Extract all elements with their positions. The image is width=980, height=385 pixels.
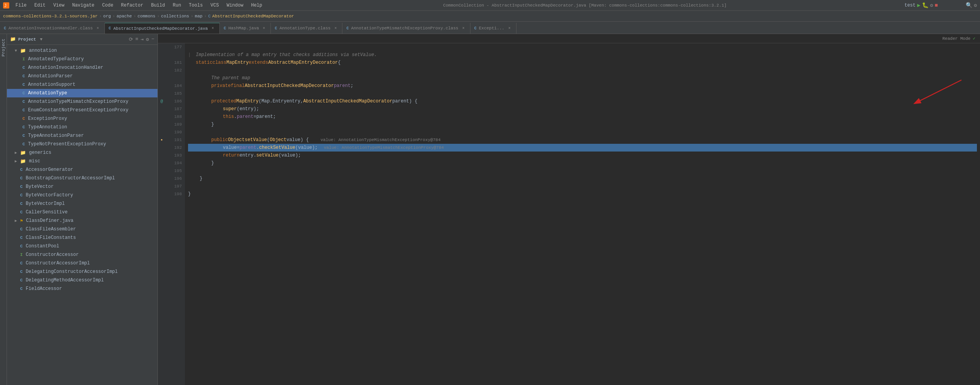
menu-help[interactable]: Help <box>248 2 265 9</box>
tab-3[interactable]: C AnnotationType.class × <box>271 23 342 34</box>
crumb-class[interactable]: AbstractInputCheckedMapDecorator <box>212 14 294 19</box>
AnnotationParser-label: AnnotationParser <box>28 73 73 79</box>
tab-1[interactable]: C AbstractInputCheckedMapDecorator.java … <box>105 23 220 34</box>
menu-vcs[interactable]: VCS <box>207 2 222 9</box>
crumb-jar[interactable]: commons-collections-3.2.1-sources.jar <box>3 14 97 19</box>
minimize-icon[interactable]: − <box>151 36 154 43</box>
menu-run[interactable]: Run <box>169 2 184 9</box>
stop-button[interactable]: ■ <box>935 2 938 9</box>
tab-4-close[interactable]: × <box>461 26 466 31</box>
tree-AnnotationTypeMismatchExceptionProxy[interactable]: C AnnotationTypeMismatchExceptionProxy <box>7 97 157 106</box>
AccessorGenerator-label: AccessorGenerator <box>26 167 73 172</box>
debug-button[interactable]: 🐛 <box>922 2 929 9</box>
class-icon-c22: C <box>20 286 23 291</box>
project-tab[interactable]: Project <box>0 37 7 58</box>
crumb-apache[interactable]: apache <box>116 14 132 19</box>
ln-186: 186 <box>167 97 182 105</box>
tree-TypeNotPresent[interactable]: C TypeNotPresentExceptionProxy <box>7 140 157 148</box>
class-icon-c19: C <box>20 261 23 266</box>
tree-AccessorGenerator[interactable]: C AccessorGenerator <box>7 165 157 174</box>
crumb-commons[interactable]: commons <box>138 14 156 19</box>
code-content[interactable]: | Implementation of a map entry that che… <box>185 43 980 385</box>
menu-window[interactable]: Window <box>224 2 246 9</box>
var-value: value <box>223 144 237 152</box>
code-area: @ ● 177 181 182 184 <box>158 43 980 385</box>
tab-0-label: AnnotationInvocationHandler.class <box>9 26 93 31</box>
AnnotationTypeMismatch-label: AnnotationTypeMismatchExceptionProxy <box>28 99 128 104</box>
cls-Object: Object <box>228 136 245 144</box>
collapse-icon[interactable]: ⇥ <box>141 36 144 43</box>
settings-button[interactable]: ⚙ <box>974 2 977 9</box>
cls-AICMD: AbstractInputCheckedMapDecorator <box>303 97 392 105</box>
menu-edit[interactable]: Edit <box>31 2 49 9</box>
tree-DelegatingMethod[interactable]: C DelegatingMethodAccessorImpl <box>7 276 157 284</box>
kw-public: public <box>211 136 228 144</box>
search-button[interactable]: 🔍 <box>966 2 972 9</box>
tab-3-close[interactable]: × <box>333 26 338 31</box>
tree-misc[interactable]: ▶ 📁 misc <box>7 157 157 165</box>
tree-ConstructorAccessorImpl[interactable]: C ConstructorAccessorImpl <box>7 259 157 267</box>
tree-AnnotationSupport[interactable]: C AnnotationSupport <box>7 80 157 89</box>
settings-icon[interactable]: ⚙ <box>146 36 149 43</box>
run-config-label: test <box>905 3 916 8</box>
tree-DelegatingConstructor[interactable]: C DelegatingConstructorAccessorImpl <box>7 267 157 276</box>
sync-icon[interactable]: ⟳ <box>129 36 133 43</box>
AnnotatedTypeFactory-label: AnnotatedTypeFactory <box>28 56 84 62</box>
TypeAnnotationParser-label: TypeAnnotationParser <box>28 133 84 138</box>
tab-4[interactable]: C AnnotationTypeMismatchExceptionProxy.c… <box>342 23 470 34</box>
tree-FieldAccessor[interactable]: C FieldAccessor <box>7 284 157 293</box>
tree-EnumConstant[interactable]: C EnumConstantNotPresentExceptionProxy <box>7 106 157 114</box>
tab-2-close[interactable]: × <box>261 26 267 31</box>
coverage-button[interactable]: ⚙ <box>930 2 933 9</box>
kw-return: return <box>223 152 239 159</box>
tree-AnnotationType[interactable]: C AnnotationType <box>7 89 157 97</box>
ln-193: 193 <box>167 152 182 159</box>
class-icon-c8: C <box>22 133 25 138</box>
tree-ExceptionProxy[interactable]: C ExceptionProxy <box>7 114 157 123</box>
menu-view[interactable]: View <box>50 2 68 9</box>
tree-ClassFileAssembler[interactable]: C ClassFileAssembler <box>7 225 157 233</box>
tree-ConstructorAccessor[interactable]: I ConstructorAccessor <box>7 250 157 259</box>
tree-BootstrapConstructor[interactable]: C BootstrapConstructorAccessorImpl <box>7 174 157 182</box>
tab-bar: C AnnotationInvocationHandler.class × C … <box>0 22 980 34</box>
tree-ClassDefiner[interactable]: ▶ ⚑ ClassDefiner.java <box>7 216 157 225</box>
tree-ClassFileConstants[interactable]: C ClassFileConstants <box>7 233 157 242</box>
menu-refactor[interactable]: Refactor <box>118 2 147 9</box>
crumb-collections[interactable]: collections <box>161 14 189 19</box>
tree-TypeAnnotationParser[interactable]: C TypeAnnotationParser <box>7 131 157 140</box>
tree-annotation-folder[interactable]: ▼ 📁 annotation <box>7 46 157 55</box>
sidebar-title: Project <box>18 37 36 42</box>
tab-2[interactable]: C HashMap.java × <box>220 23 271 34</box>
tree-AnnotationInvocationHandler[interactable]: C AnnotationInvocationHandler <box>7 63 157 72</box>
gutter-196 <box>158 175 166 182</box>
code-line-184: private final AbstractInputCheckedMapDec… <box>188 82 977 90</box>
menu-build[interactable]: Build <box>148 2 168 9</box>
layout-icon[interactable]: ≡ <box>135 36 139 43</box>
folder-classdefiner-icon: ⚑ <box>20 218 23 224</box>
code-line-192: value = parent . checkSetValue ( value )… <box>188 144 977 152</box>
menu-navigate[interactable]: Navigate <box>69 2 97 9</box>
menu-tools[interactable]: Tools <box>186 2 206 9</box>
tree-ByteVectorImpl[interactable]: C ByteVectorImpl <box>7 199 157 208</box>
tab-0-close[interactable]: × <box>95 26 101 31</box>
tree-generics[interactable]: ▶ 📁 generics <box>7 148 157 157</box>
tab-5[interactable]: C Excepti... × <box>470 23 517 34</box>
tree-CallerSensitive[interactable]: C CallerSensitive <box>7 208 157 216</box>
tab-1-close[interactable]: × <box>210 26 215 31</box>
app-icon: J <box>3 2 9 9</box>
run-button[interactable]: ▶ <box>917 2 920 9</box>
dropdown-icon[interactable]: ▼ <box>40 37 43 42</box>
sidebar-toolbar: ⟳ ≡ ⇥ ⚙ − <box>129 36 154 43</box>
tree-AnnotatedTypeFactory[interactable]: I AnnotatedTypeFactory <box>7 55 157 63</box>
crumb-map[interactable]: map <box>195 14 203 19</box>
tab-0[interactable]: C AnnotationInvocationHandler.class × <box>0 23 105 34</box>
tree-ByteVectorFactory[interactable]: C ByteVectorFactory <box>7 191 157 199</box>
tab-5-close[interactable]: × <box>507 26 512 31</box>
menu-code[interactable]: Code <box>99 2 116 9</box>
tree-ByteVector[interactable]: C ByteVector <box>7 182 157 191</box>
crumb-org[interactable]: org <box>103 14 111 19</box>
menu-file[interactable]: File <box>12 2 30 9</box>
tree-ConstantPool[interactable]: C ConstantPool <box>7 242 157 250</box>
tree-AnnotationParser[interactable]: C AnnotationParser <box>7 72 157 80</box>
tree-TypeAnnotation[interactable]: C TypeAnnotation <box>7 123 157 131</box>
